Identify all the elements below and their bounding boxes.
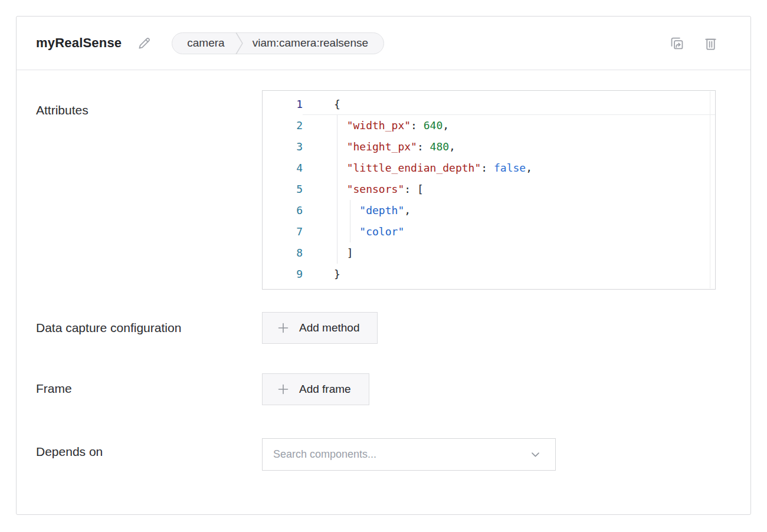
attributes-row: Attributes 1{2 "width_px": 640,3 "height… <box>17 90 750 290</box>
depends-on-select[interactable]: Search components... <box>262 438 556 471</box>
card-header: myRealSense camera viam:camera:realsense <box>17 17 750 70</box>
code-line: 7 "color" <box>263 221 715 242</box>
line-number: 3 <box>263 136 303 157</box>
indent-guide <box>337 115 337 264</box>
line-number: 6 <box>263 200 303 221</box>
pencil-icon <box>137 37 151 50</box>
code-line: 6 "depth", <box>263 200 715 221</box>
line-number: 5 <box>263 179 303 200</box>
code-line: 4 "little_endian_depth": false, <box>263 157 715 179</box>
breadcrumb-chevron-icon <box>235 32 243 54</box>
component-config-card: myRealSense camera viam:camera:realsense <box>16 16 751 515</box>
attributes-label: Attributes <box>17 90 262 290</box>
chevron-down-icon <box>530 449 541 460</box>
line-number: 8 <box>263 242 303 264</box>
editor-scrollbar[interactable] <box>710 91 710 288</box>
component-type: camera <box>172 37 235 50</box>
trash-icon <box>704 36 717 51</box>
data-capture-label: Data capture configuration <box>17 312 262 344</box>
code-line: 1{ <box>263 94 715 115</box>
line-number: 2 <box>263 115 303 136</box>
data-capture-row: Data capture configuration Add method <box>17 312 750 344</box>
frame-label: Frame <box>17 373 262 405</box>
code-line: 9} <box>263 264 715 285</box>
component-model: viam:camera:realsense <box>243 37 384 50</box>
card-body: Attributes 1{2 "width_px": 640,3 "height… <box>17 90 750 471</box>
rename-button[interactable] <box>137 37 151 50</box>
line-number: 4 <box>263 157 303 179</box>
line-number: 9 <box>263 264 303 285</box>
delete-button[interactable] <box>704 36 717 51</box>
frame-row: Frame Add frame <box>17 373 750 405</box>
code-line: 3 "height_px": 480, <box>263 136 715 157</box>
line-number: 7 <box>263 221 303 242</box>
plus-icon <box>277 383 289 395</box>
duplicate-button[interactable] <box>670 36 684 51</box>
code-line: 2 "width_px": 640, <box>263 115 715 136</box>
depends-on-row: Depends on Search components... <box>17 438 750 471</box>
indent-guide <box>350 200 350 242</box>
line-number: 1 <box>263 94 303 115</box>
depends-on-placeholder: Search components... <box>273 448 530 461</box>
code-line: 8 ] <box>263 242 715 264</box>
add-method-button[interactable]: Add method <box>262 312 378 344</box>
plus-icon <box>277 322 289 334</box>
component-name: myRealSense <box>36 35 122 51</box>
attributes-json-editor[interactable]: 1{2 "width_px": 640,3 "height_px": 480,4… <box>262 90 716 290</box>
card-actions <box>670 36 717 51</box>
attributes-code-lines: 1{2 "width_px": 640,3 "height_px": 480,4… <box>263 91 715 285</box>
duplicate-icon <box>670 36 684 51</box>
depends-on-label: Depends on <box>17 438 262 471</box>
add-frame-button[interactable]: Add frame <box>262 373 369 405</box>
component-type-badge: camera viam:camera:realsense <box>172 32 384 54</box>
code-line: 5 "sensors": [ <box>263 179 715 200</box>
